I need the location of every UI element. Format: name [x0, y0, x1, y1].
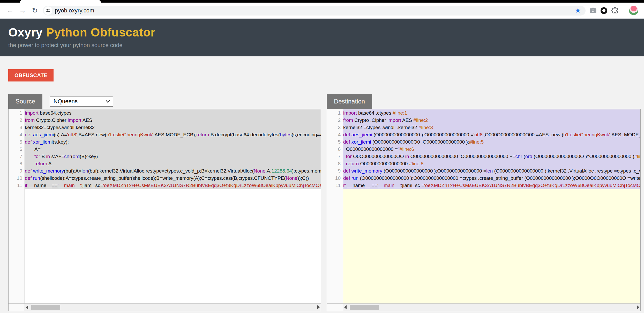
code-line: import base64,ctypes [25, 109, 321, 117]
scrollbar-thumb[interactable] [350, 305, 379, 310]
destination-panel: Destination 1234567891011 import base64 … [327, 94, 641, 311]
code-line: for B in s:A+=chr(ord(B)^key) [25, 153, 321, 160]
scroll-right-icon[interactable] [317, 305, 320, 309]
toolbar-divider [624, 7, 624, 14]
code-line: def write_memory(buf):A=len(buf);kernel3… [25, 167, 321, 175]
site-header: Oxyry Python Obfuscator the power to pro… [0, 19, 644, 56]
active-tab-bottom [20, 0, 101, 3]
obfuscate-button[interactable]: OBFUSCATE [8, 69, 54, 81]
url-text[interactable]: pyob.oxyry.com [55, 7, 572, 14]
code-line: if __name__ =='__main__':jiami_sc ='oeXM… [343, 182, 640, 189]
code-line: if __name__=='__main__':jiami_sc='oeXMDZ… [25, 182, 321, 189]
destination-code[interactable]: import base64 ,ctypes #line:1from Crypto… [343, 109, 640, 303]
code-line: return A [25, 160, 321, 167]
line-number: 10 [9, 175, 25, 182]
browser-toolbar: ← → ↻ pyob.oxyry.com ★ [0, 3, 644, 19]
source-panel: Source NQueens 1234567891011 import base… [8, 94, 321, 311]
source-code[interactable]: import base64,ctypesfrom Crypto.Cipher i… [25, 109, 321, 303]
line-number: 3 [327, 124, 343, 131]
back-icon[interactable]: ← [6, 7, 14, 14]
tab-source[interactable]: Source [8, 94, 42, 109]
chevron-down-icon [106, 100, 110, 103]
line-number: 9 [327, 167, 343, 175]
site-info-icon[interactable] [44, 6, 52, 15]
code-line: def aes_jiemi(s):A='utf8';B=AES.new(b'Le… [25, 131, 321, 138]
line-number: 3 [9, 124, 25, 131]
scroll-left-icon[interactable] [344, 305, 347, 309]
camera-icon[interactable] [589, 7, 597, 14]
profile-avatar[interactable] [629, 6, 638, 15]
source-editor[interactable]: 1234567891011 import base64,ctypesfrom C… [8, 109, 321, 311]
extension-ring-icon[interactable] [601, 7, 607, 14]
code-line: kernel32 =ctypes .windll .kernel32 #line… [343, 124, 640, 131]
tab-destination[interactable]: Destination [327, 94, 372, 109]
line-number: 1 [9, 109, 25, 117]
line-number: 7 [9, 153, 25, 160]
line-number: 8 [327, 160, 343, 167]
line-number: 2 [9, 117, 25, 124]
code-line: O0000000000000000 =''#line:6 [343, 146, 640, 153]
address-bar[interactable]: pyob.oxyry.com ★ [43, 6, 586, 16]
line-number: 5 [327, 138, 343, 146]
line-number: 6 [327, 146, 343, 153]
scrollbar-thumb[interactable] [31, 305, 60, 310]
code-line: def run(shellcode):A=ctypes.create_strin… [25, 175, 321, 182]
scrollbar-track[interactable] [343, 304, 640, 311]
bookmark-star-icon[interactable]: ★ [575, 6, 582, 14]
extensions-puzzle-icon[interactable] [611, 6, 619, 15]
line-number: 11 [9, 182, 25, 189]
code-line: def write_memory (O0000000000000000 ):O0… [343, 167, 640, 175]
code-line: return O0000000000000000 #line:8 [343, 160, 640, 167]
source-gutter: 1234567891011 [9, 109, 25, 303]
destination-hscrollbar[interactable] [327, 303, 640, 311]
code-line: def aes_jiemi (O000000000000000 ):O00000… [343, 131, 640, 138]
line-number: 1 [327, 109, 343, 117]
code-line: def xor_jiemi(s,key): [25, 138, 321, 146]
line-number: 7 [327, 153, 343, 160]
code-line: kernel32=ctypes.windll.kernel32 [25, 124, 321, 131]
forward-icon[interactable]: → [18, 7, 27, 14]
page-subtitle: the power to protect your python source … [8, 42, 644, 49]
scroll-left-icon[interactable] [26, 305, 28, 309]
destination-editor[interactable]: 1234567891011 import base64 ,ctypes #lin… [327, 109, 641, 311]
code-line: def run (O0000000000000000 ):O0000000000… [343, 175, 640, 182]
line-number: 5 [9, 138, 25, 146]
reload-icon[interactable]: ↻ [31, 7, 39, 14]
line-number: 11 [327, 182, 343, 189]
code-line: A='' [25, 146, 321, 153]
line-number: 2 [327, 117, 343, 124]
line-number: 4 [327, 131, 343, 138]
line-number: 6 [9, 146, 25, 153]
code-line: from Crypto.Cipher import AES [25, 117, 321, 124]
line-number: 9 [9, 167, 25, 175]
source-hscrollbar[interactable] [9, 303, 321, 311]
line-number: 4 [9, 131, 25, 138]
destination-gutter: 1234567891011 [327, 109, 343, 303]
example-select-value: NQueens [54, 98, 106, 105]
line-number: 10 [327, 175, 343, 182]
window-top-strip [0, 0, 644, 3]
example-select[interactable]: NQueens [50, 96, 113, 107]
scroll-right-icon[interactable] [637, 305, 639, 309]
scrollbar-track[interactable] [25, 304, 321, 311]
main-content: OBFUSCATE Source NQueens 1234567891011 i… [0, 56, 644, 311]
page-title: Oxyry Python Obfuscator [8, 25, 644, 39]
page-title-accent: Python Obfuscator [46, 26, 155, 39]
line-number: 8 [9, 160, 25, 167]
code-line: for O0O000000000000OO in O00000000000000… [343, 153, 640, 160]
code-line: from Crypto .Cipher import AES #line:2 [343, 117, 640, 124]
code-line: import base64 ,ctypes #line:1 [343, 109, 640, 117]
code-line: def xor_jiemi (O0000000000000O0 ,O000000… [343, 138, 640, 146]
